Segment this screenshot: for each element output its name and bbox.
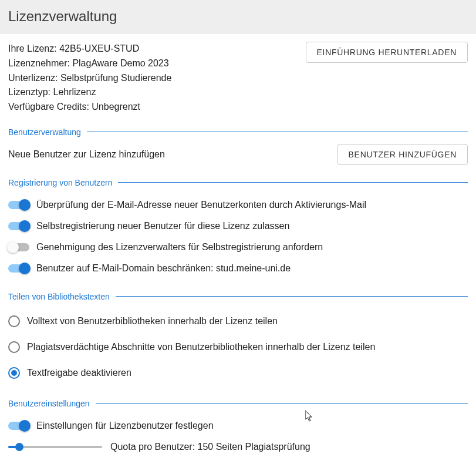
toggle-label: Genehmigung des Lizenzverwalters für Sel… bbox=[36, 242, 323, 253]
add-user-button[interactable]: BENUTZER HINZUFÜGEN bbox=[337, 144, 468, 165]
radio-label: Plagiatsverdächtige Abschnitte von Benut… bbox=[27, 342, 375, 352]
add-user-prompt: Neue Benutzer zur Lizenz hinzufügen bbox=[8, 149, 165, 160]
license-key-line: Ihre Lizenz: 42B5-UXEU-STUD bbox=[8, 42, 171, 56]
divider-line bbox=[87, 132, 468, 132]
section-user-management: Benutzerverwaltung bbox=[8, 127, 468, 137]
divider-line bbox=[116, 296, 468, 297]
page-header: Lizenzverwaltung bbox=[0, 0, 476, 33]
quota-slider[interactable] bbox=[8, 446, 102, 448]
licensee-line: Lizenznehmer: PlagAware Demo 2023 bbox=[8, 56, 171, 71]
quota-slider-row: Quota pro Benutzer: 150 Seiten Plagiatsp… bbox=[8, 436, 468, 458]
toggle-self-register-row: Selbstregistrierung neuer Benutzer für d… bbox=[8, 216, 468, 237]
section-label: Benutzereinstellungen bbox=[8, 399, 96, 408]
add-user-row: Neue Benutzer zur Lizenz hinzufügen BENU… bbox=[8, 144, 468, 165]
section-registration: Registrierung von Benutzern bbox=[8, 178, 468, 187]
toggle-knob bbox=[19, 420, 31, 432]
toggle-approval-row: Genehmigung des Lizenzverwalters für Sel… bbox=[8, 237, 468, 258]
section-user-settings: Benutzereinstellungen bbox=[8, 399, 468, 408]
section-sharing: Teilen von Bibliothekstexten bbox=[8, 292, 468, 301]
slider-thumb bbox=[15, 443, 23, 451]
toggle-approval[interactable] bbox=[8, 243, 29, 251]
toggle-domain-restrict-row: Benutzer auf E-Mail-Domain beschränken: … bbox=[8, 258, 468, 279]
credits-line: Verfügbare Credits: Unbegrenzt bbox=[8, 100, 171, 115]
section-label: Registrierung von Benutzern bbox=[8, 178, 118, 187]
radio-fulltext-row: Volltext von Benutzerbibliotheken innerh… bbox=[8, 308, 468, 334]
sublicense-line: Unterlizenz: Selbstprüfung Studierende bbox=[8, 71, 171, 86]
license-info-block: Ihre Lizenz: 42B5-UXEU-STUD Lizenznehmer… bbox=[8, 42, 171, 115]
download-intro-button[interactable]: EINFÜHRUNG HERUNTERLADEN bbox=[306, 42, 468, 63]
slider-label: Quota pro Benutzer: 150 Seiten Plagiatsp… bbox=[110, 442, 310, 452]
toggle-label: Überprüfung der E-Mail-Adresse neuer Ben… bbox=[36, 200, 366, 210]
toggle-knob bbox=[19, 199, 31, 211]
radio-label: Volltext von Benutzerbibliotheken innerh… bbox=[27, 316, 278, 327]
license-info-row: Ihre Lizenz: 42B5-UXEU-STUD Lizenznehmer… bbox=[8, 42, 468, 115]
toggle-domain-restrict[interactable] bbox=[8, 264, 29, 273]
toggle-knob bbox=[19, 263, 31, 274]
toggle-self-register[interactable] bbox=[8, 222, 29, 230]
radio-suspicious[interactable] bbox=[8, 341, 20, 353]
radio-disable-row: Textfreigabe deaktivieren bbox=[8, 360, 468, 386]
radio-label: Textfreigabe deaktivieren bbox=[27, 368, 131, 378]
toggle-knob bbox=[7, 241, 19, 253]
toggle-set-user-settings-row: Einstellungen für Lizenzbenutzer festleg… bbox=[8, 415, 468, 436]
toggle-knob bbox=[19, 220, 31, 232]
toggle-email-verify[interactable] bbox=[8, 201, 29, 209]
divider-line bbox=[96, 403, 468, 404]
toggle-email-verify-row: Überprüfung der E-Mail-Adresse neuer Ben… bbox=[8, 194, 468, 216]
toggle-set-user-settings[interactable] bbox=[8, 422, 29, 430]
radio-fulltext[interactable] bbox=[8, 315, 20, 327]
divider-line bbox=[118, 182, 468, 183]
toggle-label: Einstellungen für Lizenzbenutzer festleg… bbox=[36, 421, 214, 431]
radio-disable[interactable] bbox=[8, 367, 20, 379]
section-label: Teilen von Bibliothekstexten bbox=[8, 292, 116, 301]
page-title: Lizenzverwaltung bbox=[8, 8, 468, 25]
toggle-label: Benutzer auf E-Mail-Domain beschränken: … bbox=[36, 263, 291, 274]
license-type-line: Lizenztyp: Lehrlizenz bbox=[8, 85, 171, 100]
section-label: Benutzerverwaltung bbox=[8, 127, 87, 137]
radio-suspicious-row: Plagiatsverdächtige Abschnitte von Benut… bbox=[8, 334, 468, 360]
content-area: Ihre Lizenz: 42B5-UXEU-STUD Lizenznehmer… bbox=[0, 33, 476, 464]
toggle-label: Selbstregistrierung neuer Benutzer für d… bbox=[36, 221, 289, 231]
